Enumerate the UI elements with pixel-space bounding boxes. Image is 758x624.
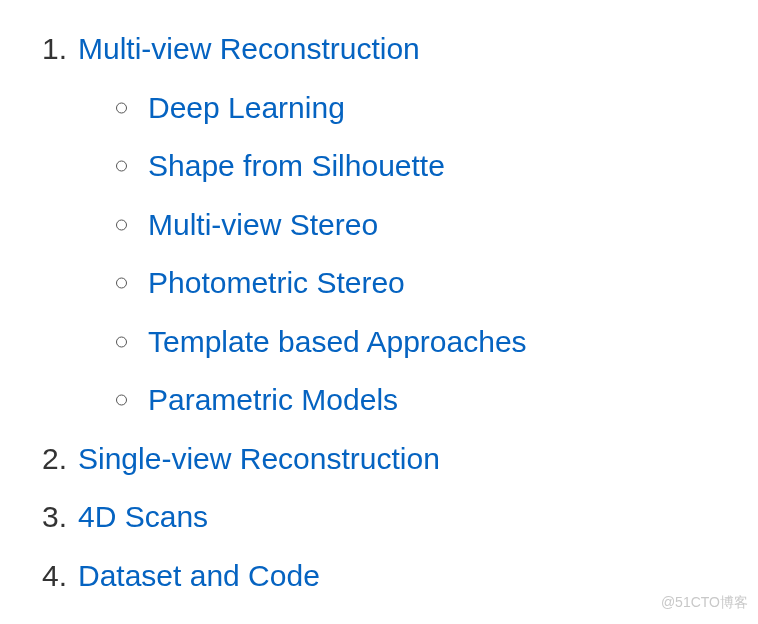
toc-item-multi-view-reconstruction: Multi-view Reconstruction Deep Learning … xyxy=(42,20,728,430)
link-parametric-models[interactable]: Parametric Models xyxy=(148,383,398,416)
link-4d-scans[interactable]: 4D Scans xyxy=(78,500,208,533)
table-of-contents: Multi-view Reconstruction Deep Learning … xyxy=(30,20,728,605)
link-photometric-stereo[interactable]: Photometric Stereo xyxy=(148,266,405,299)
link-deep-learning[interactable]: Deep Learning xyxy=(148,91,345,124)
toc-subitem-photometric-stereo: Photometric Stereo xyxy=(112,254,728,313)
watermark-text: @51CTO博客 xyxy=(661,589,748,616)
toc-subitem-parametric-models: Parametric Models xyxy=(112,371,728,430)
toc-subitem-shape-from-silhouette: Shape from Silhouette xyxy=(112,137,728,196)
link-multi-view-reconstruction[interactable]: Multi-view Reconstruction xyxy=(78,32,420,65)
toc-item-dataset-and-code: Dataset and Code xyxy=(42,547,728,606)
link-dataset-and-code[interactable]: Dataset and Code xyxy=(78,559,320,592)
sub-list-multi-view: Deep Learning Shape from Silhouette Mult… xyxy=(78,79,728,430)
toc-subitem-deep-learning: Deep Learning xyxy=(112,79,728,138)
link-multi-view-stereo[interactable]: Multi-view Stereo xyxy=(148,208,378,241)
link-single-view-reconstruction[interactable]: Single-view Reconstruction xyxy=(78,442,440,475)
link-template-based-approaches[interactable]: Template based Approaches xyxy=(148,325,527,358)
toc-subitem-multi-view-stereo: Multi-view Stereo xyxy=(112,196,728,255)
toc-item-4d-scans: 4D Scans xyxy=(42,488,728,547)
link-shape-from-silhouette[interactable]: Shape from Silhouette xyxy=(148,149,445,182)
toc-subitem-template-based-approaches: Template based Approaches xyxy=(112,313,728,372)
toc-item-single-view-reconstruction: Single-view Reconstruction xyxy=(42,430,728,489)
